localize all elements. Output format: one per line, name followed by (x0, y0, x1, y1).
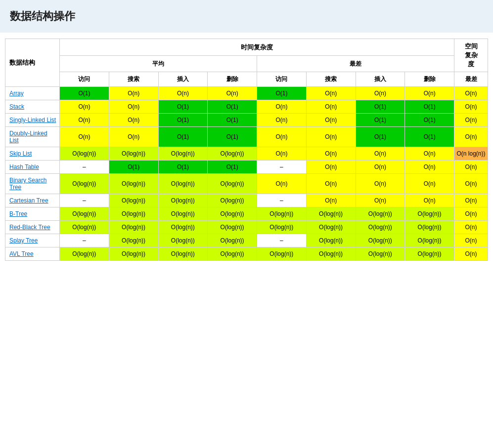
avg-cell: O(log(n)) (109, 174, 158, 194)
space-cell: O(n) (454, 234, 488, 247)
worst-cell: O(log(n)) (257, 221, 307, 234)
table-row: B-TreeO(log(n))O(log(n))O(log(n))O(log(n… (5, 207, 488, 221)
avg-cell: O(log(n)) (60, 147, 109, 161)
worst-cell: O(1) (405, 100, 454, 114)
subheader-avg: 平均 (60, 56, 257, 72)
avg-cell: O(log(n)) (109, 234, 158, 247)
space-cell: O(n) (454, 194, 488, 207)
col-space-worst: 最差 (454, 72, 488, 87)
ds-name-cell: Cartesian Tree (5, 194, 60, 207)
ds-link[interactable]: Doubly-Linked List (9, 130, 47, 144)
ds-link[interactable]: Binary Search Tree (9, 177, 46, 191)
avg-cell: O(log(n)) (60, 221, 109, 234)
table-row: Doubly-Linked ListO(n)O(n)O(1)O(1)O(n)O(… (5, 127, 488, 147)
avg-cell: O(log(n)) (109, 221, 158, 234)
header-ds: 数据结构 (5, 39, 60, 87)
avg-cell: O(log(n)) (158, 234, 208, 247)
avg-cell: O(log(n)) (60, 207, 109, 221)
avg-cell: O(1) (208, 114, 257, 127)
table-row: Cartesian Tree–O(log(n))O(log(n))O(log(n… (5, 194, 488, 207)
ds-link[interactable]: Stack (9, 103, 24, 110)
avg-cell: O(log(n)) (158, 174, 208, 194)
table-row: ArrayO(1)O(n)O(n)O(n)O(1)O(n)O(n)O(n)O(n… (5, 87, 488, 100)
space-cell: O(n) (454, 221, 488, 234)
table-row: StackO(n)O(n)O(1)O(1)O(n)O(n)O(1)O(1)O(n… (5, 100, 488, 114)
col-avg-search: 搜索 (109, 72, 158, 87)
space-cell: O(n) (454, 100, 488, 114)
ds-link[interactable]: AVL Tree (9, 250, 34, 257)
ds-link[interactable]: Singly-Linked List (9, 117, 56, 123)
worst-cell: O(log(n)) (356, 234, 405, 247)
avg-cell: O(log(n)) (208, 221, 257, 234)
ds-name-cell: Skip List (5, 147, 60, 161)
ds-name-cell: Doubly-Linked List (5, 127, 60, 147)
ds-link[interactable]: Red-Black Tree (9, 224, 50, 231)
worst-cell: O(1) (257, 87, 307, 100)
avg-cell: O(log(n)) (60, 174, 109, 194)
col-worst-access: 访问 (257, 72, 307, 87)
avg-cell: O(1) (208, 100, 257, 114)
avg-cell: O(1) (158, 100, 208, 114)
avg-cell: O(n) (109, 87, 158, 100)
avg-cell: O(1) (158, 127, 208, 147)
avg-cell: O(log(n)) (158, 147, 208, 161)
worst-cell: O(n) (405, 161, 454, 174)
avg-cell: O(log(n)) (208, 174, 257, 194)
col-worst-search: 搜索 (306, 72, 356, 87)
avg-cell: O(n) (60, 100, 109, 114)
worst-cell: – (257, 234, 307, 247)
worst-cell: O(n) (405, 174, 454, 194)
avg-cell: O(n) (208, 87, 257, 100)
table-row: Binary Search TreeO(log(n))O(log(n))O(lo… (5, 174, 488, 194)
space-cell: O(n) (454, 161, 488, 174)
worst-cell: O(1) (356, 100, 405, 114)
worst-cell: O(log(n)) (306, 234, 356, 247)
ds-name-cell: Hash Table (5, 161, 60, 174)
worst-cell: O(log(n)) (405, 234, 454, 247)
worst-cell: O(log(n)) (405, 221, 454, 234)
table-row: Red-Black TreeO(log(n))O(log(n))O(log(n)… (5, 221, 488, 234)
worst-cell: O(n) (356, 161, 405, 174)
worst-cell: O(log(n)) (356, 207, 405, 221)
ds-link[interactable]: Skip List (9, 150, 32, 157)
worst-cell: O(n) (306, 194, 356, 207)
avg-cell: O(log(n)) (208, 247, 257, 261)
worst-cell: O(n) (306, 114, 356, 127)
ds-name-cell: Splay Tree (5, 234, 60, 247)
worst-cell: O(n) (306, 174, 356, 194)
avg-cell: O(log(n)) (109, 247, 158, 261)
avg-cell: O(log(n)) (208, 234, 257, 247)
avg-cell: – (60, 234, 109, 247)
avg-cell: O(log(n)) (158, 194, 208, 207)
worst-cell: O(log(n)) (306, 207, 356, 221)
avg-cell: O(log(n)) (208, 207, 257, 221)
avg-cell: O(n) (109, 127, 158, 147)
worst-cell: O(n) (405, 147, 454, 161)
avg-cell: O(log(n)) (208, 147, 257, 161)
ds-link[interactable]: Hash Table (9, 163, 39, 170)
avg-cell: – (60, 161, 109, 174)
ds-link[interactable]: B-Tree (9, 210, 27, 217)
worst-cell: O(n) (356, 174, 405, 194)
worst-cell: O(log(n)) (356, 221, 405, 234)
avg-cell: O(1) (60, 87, 109, 100)
avg-cell: O(1) (158, 161, 208, 174)
ds-link[interactable]: Array (9, 90, 24, 97)
worst-cell: O(log(n)) (405, 207, 454, 221)
worst-cell: O(log(n)) (405, 247, 454, 261)
ds-link[interactable]: Splay Tree (9, 237, 38, 244)
avg-cell: O(log(n)) (158, 207, 208, 221)
page-title: 数据结构操作 (10, 9, 483, 24)
worst-cell: O(log(n)) (306, 247, 356, 261)
worst-cell: O(n) (306, 127, 356, 147)
avg-cell: – (60, 194, 109, 207)
ds-name-cell: AVL Tree (5, 247, 60, 261)
header-time: 时间复杂度 (60, 39, 454, 56)
worst-cell: O(log(n)) (306, 221, 356, 234)
worst-cell: O(n) (356, 194, 405, 207)
avg-cell: O(1) (158, 114, 208, 127)
worst-cell: O(n) (257, 147, 307, 161)
space-cell: O(n) (454, 174, 488, 194)
col-worst-delete: 删除 (405, 72, 454, 87)
ds-link[interactable]: Cartesian Tree (9, 197, 48, 204)
